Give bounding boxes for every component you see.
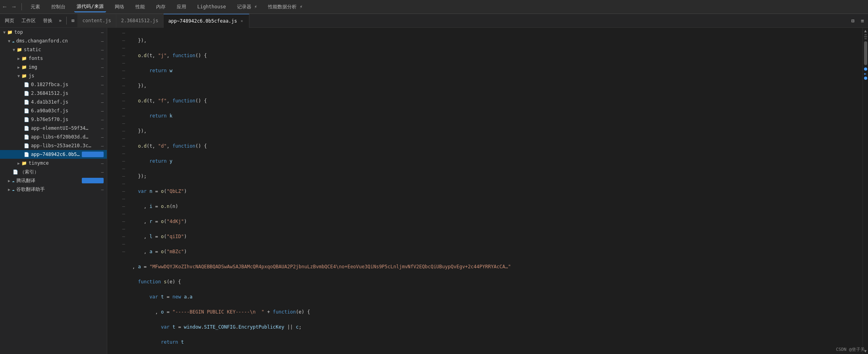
editor-area: – – – – – – – – – – – – – – – – – – – – …	[107, 28, 868, 354]
gutter-dash: –	[107, 60, 125, 67]
js-file-icon: 📄	[24, 100, 29, 105]
gutter-dash: –	[107, 120, 125, 127]
tab-split-icon[interactable]: ⊟	[849, 16, 857, 25]
scroll-up-chevron[interactable]: ▲	[864, 29, 866, 33]
right-scrollbar[interactable]: ▲ ► ▼	[862, 28, 868, 354]
toolbar-item-sources[interactable]: 源代码/来源	[74, 2, 106, 12]
tree-item-google-translate[interactable]: ▶ ☁ 谷歌翻译助手 –	[0, 185, 107, 194]
tree-item-label: tinymce	[29, 160, 101, 166]
tree-item-js-3[interactable]: 📄 4.da1b31ef.js –	[0, 98, 107, 106]
toolbar-item-lighthouse[interactable]: Lighthouse	[195, 2, 228, 11]
toolbar-item-recorder[interactable]: 记录器 ⚡	[235, 2, 259, 12]
gutter-dash: –	[107, 90, 125, 97]
tree-item-tencent-translate[interactable]: ▶ ☁ 腾讯翻译	[0, 176, 107, 185]
tree-item-js-8[interactable]: 📄 app-libs~253ae210.3c… –	[0, 141, 107, 150]
file-tab-content-js[interactable]: content.js	[77, 14, 116, 28]
tab-nav-replace[interactable]: 替换	[40, 16, 56, 26]
tree-item-dash: –	[101, 126, 105, 131]
tab-nav-workspace[interactable]: 工作区	[18, 16, 39, 26]
tree-item-label: js	[29, 73, 101, 79]
tree-item-js-app[interactable]: 📄 app~748942c6.0b5cf…	[0, 150, 107, 159]
tree-item-img[interactable]: ▶ 📁 img –	[0, 63, 107, 71]
tab-nav-more[interactable]: »	[56, 16, 64, 25]
cloud-icon: ☁	[12, 187, 15, 192]
toolbar-item-console[interactable]: 控制台	[49, 2, 68, 12]
tree-item-js-7[interactable]: 📄 app-libs~6f20b03d.d… –	[0, 133, 107, 141]
tree-item-tinymce[interactable]: ▶ 📁 tinymce –	[0, 159, 107, 167]
chevron-right-icon: ▶	[17, 65, 20, 69]
tree-item-js-6[interactable]: 📄 app-elementUI~59f34… –	[0, 124, 107, 133]
gutter-dash: –	[107, 225, 125, 233]
gutter-dash: –	[107, 188, 125, 195]
gutter-dash: –	[107, 127, 125, 135]
gutter-dash: –	[107, 150, 125, 158]
tree-item-label: img	[29, 64, 101, 70]
tree-item-progress-bar	[82, 178, 104, 183]
gutter-dash: –	[107, 29, 125, 37]
code-line: var n = o("QbLZ")	[129, 188, 862, 195]
tree-item-js-2[interactable]: 📄 2.36841512.js –	[0, 89, 107, 98]
editor-code-content[interactable]: }), o.d(t, "j", function() { return w })…	[129, 28, 862, 354]
tree-item-dash: –	[101, 30, 105, 35]
tree-item-label: top	[14, 29, 101, 35]
code-line: return y	[129, 158, 862, 165]
tree-item-js[interactable]: ▼ 📁 js –	[0, 71, 107, 80]
file-tab-app-js[interactable]: app~748942c6.0b5cfeaa.js ✕	[164, 14, 249, 28]
gutter-dash: –	[107, 97, 125, 105]
toolbar-item-memory[interactable]: 内存	[154, 2, 168, 12]
gutter-dash: –	[107, 52, 125, 60]
tab-nav-webpage[interactable]: 网页	[2, 16, 17, 26]
tree-item-js-5[interactable]: 📄 9.b76e5f70.js –	[0, 115, 107, 124]
main-area: ▼ 📁 top – ▼ ☁ dms.changanford.cn – ▼ 📁 s…	[0, 28, 868, 354]
tree-item-dash: –	[101, 91, 105, 96]
tree-item-top[interactable]: ▼ 📁 top –	[0, 28, 107, 37]
tree-item-dms[interactable]: ▼ ☁ dms.changanford.cn –	[0, 37, 107, 45]
file-tab-label: 2.36841512.js	[121, 18, 158, 23]
file-tree-sidebar: ▼ 📁 top – ▼ ☁ dms.changanford.cn – ▼ 📁 s…	[0, 28, 107, 354]
cloud-icon: ☁	[12, 38, 15, 44]
chevron-down-icon: ▼	[13, 48, 15, 52]
toolbar-item-elements[interactable]: 元素	[28, 2, 42, 12]
tree-item-static[interactable]: ▼ 📁 static –	[0, 45, 107, 54]
top-toolbar: ⟵ ⟶ 元素 控制台 源代码/来源 网络 性能 内存 应用 Lighthouse…	[0, 0, 868, 14]
code-line: o.d(t, "j", function() {	[129, 52, 862, 60]
gutter-dash: –	[107, 142, 125, 150]
tree-item-dash: –	[101, 82, 105, 87]
tree-item-dash: –	[101, 47, 105, 52]
tree-item-dash: –	[101, 169, 105, 175]
chevron-down-icon: ▼	[17, 74, 20, 78]
code-line: o.d(t, "f", function() {	[129, 97, 862, 105]
gutter-dash: –	[107, 75, 125, 82]
toolbar-item-network[interactable]: 网络	[112, 2, 127, 12]
scroll-right-arrow-icon[interactable]: ►	[864, 71, 866, 76]
folder-icon: 📁	[21, 73, 27, 79]
chevron-down-icon: ▼	[8, 39, 10, 43]
code-line: , r = o("4dKj")	[129, 218, 862, 225]
code-line: , a = o("mBZc")	[129, 248, 862, 256]
toolbar-icon-forward[interactable]: ⟶	[12, 4, 15, 10]
toolbar-item-application[interactable]: 应用	[174, 2, 189, 12]
toolbar-icon-back[interactable]: ⟵	[3, 4, 6, 10]
gutter-dash: –	[107, 112, 125, 120]
tree-item-dash: –	[101, 56, 105, 61]
tree-item-fonts[interactable]: ▶ 📁 fonts –	[0, 54, 107, 63]
tree-item-index[interactable]: 📄 （索引） –	[0, 167, 107, 176]
minimap-line	[864, 36, 867, 37]
file-tree-toggle-icon[interactable]: ⊞	[69, 18, 77, 23]
tree-item-dash: –	[101, 117, 105, 122]
js-file-icon: 📄	[24, 108, 29, 114]
tree-item-label: app-elementUI~59f34…	[31, 125, 101, 131]
chevron-right-icon: ▶	[8, 179, 10, 183]
tab-more-icon[interactable]: ≡	[858, 16, 866, 25]
toolbar-item-performance[interactable]: 性能	[133, 2, 147, 12]
gutter-dash: –	[107, 165, 125, 173]
scroll-handle[interactable]	[864, 41, 867, 65]
tree-item-js-1[interactable]: 📄 0.1827fbca.js –	[0, 80, 107, 89]
file-tab-close-button[interactable]: ✕	[239, 18, 244, 23]
tree-item-js-4[interactable]: 📄 6.a90a03cf.js –	[0, 106, 107, 115]
file-tab-2-js[interactable]: 2.36841512.js	[116, 14, 164, 28]
file-tabs: content.js 2.36841512.js app~748942c6.0b…	[77, 14, 848, 28]
tree-item-dash: –	[101, 187, 105, 192]
folder-icon: 📁	[7, 30, 13, 35]
toolbar-item-perf-insights[interactable]: 性能数据分析 ⚡	[266, 2, 305, 12]
